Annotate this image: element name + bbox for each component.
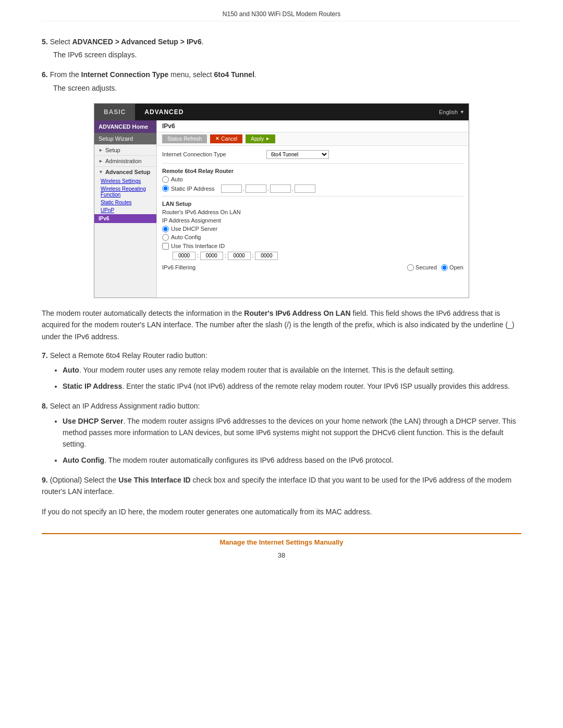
id-field-4[interactable]	[255, 252, 278, 260]
sidebar-sub-wireless-repeating[interactable]: Wireless Repeating Function	[94, 185, 156, 199]
interface-id-row: Use This Interface ID	[162, 243, 463, 250]
status-refresh-button[interactable]: Status Refresh	[162, 134, 207, 143]
step-9-bold: Use This Interface ID	[118, 476, 191, 484]
radio-static-ip[interactable]	[162, 185, 169, 192]
connection-type-dropdown[interactable]: 6to4 Tunnel	[266, 150, 329, 159]
ip-octet-2[interactable]	[246, 184, 266, 193]
tab-advanced[interactable]: ADVANCED	[135, 104, 193, 120]
bullet-dhcp: Use DHCP Server. The modem router assign…	[63, 415, 521, 450]
lan-setup-title: LAN Setup	[162, 201, 463, 207]
id-field-3[interactable]	[228, 252, 251, 260]
radio-dhcp-label: Use DHCP Server	[171, 226, 217, 232]
remote-relay-title: Remote 6to4 Relay Router	[162, 168, 463, 174]
radio-secured[interactable]	[407, 264, 414, 271]
step-8-header: 8.Select an IP Address Assignment radio …	[42, 400, 521, 412]
main-content-body: Internet Connection Type 6to4 Tunnel Rem…	[157, 146, 469, 275]
connection-type-row: Internet Connection Type 6to4 Tunnel	[162, 150, 463, 159]
arrow-right-icon: ►	[99, 147, 103, 153]
step-8-block: 8.Select an IP Address Assignment radio …	[42, 400, 521, 466]
bullet-autoconfig: Auto Config. The modem router automatica…	[63, 454, 521, 466]
apply-button[interactable]: Apply ►	[246, 134, 275, 143]
use-interface-id-checkbox[interactable]	[162, 243, 169, 250]
step-7-header: 7.Select a Remote 6to4 Relay Router radi…	[42, 350, 521, 361]
radio-auto[interactable]	[162, 176, 169, 183]
radio-open[interactable]	[441, 264, 448, 271]
radio-auto-config[interactable]	[162, 234, 169, 241]
router-main-area: IPv6 Status Refresh ✕ Cancel Apply ►	[157, 120, 469, 298]
sidebar-item-administration[interactable]: ► Administration	[94, 155, 156, 166]
ip-octet-1[interactable]	[221, 184, 242, 193]
radio-static-row: Static IP Address . . .	[162, 184, 463, 193]
sidebar-item-setup-wizard[interactable]: Setup Wizard	[94, 133, 156, 144]
step-6-header: 6.From the Internet Connection Type menu…	[42, 69, 521, 80]
step-6-sub: The screen adjusts.	[53, 83, 521, 94]
radio-static-label: Static IP Address	[171, 186, 215, 192]
router-sidebar: ADVANCED Home Setup Wizard ► Setup ► Adm…	[94, 120, 157, 298]
main-content-title: IPv6	[157, 120, 469, 132]
step-9-block: 9.(Optional) Select the Use This Interfa…	[42, 474, 521, 498]
page-number: 38	[42, 551, 521, 559]
open-option: Open	[441, 264, 463, 271]
step-5-block: 5.Select ADVANCED > Advanced Setup > IPv…	[42, 36, 521, 60]
sidebar-sub-ipv6[interactable]: IPv6	[94, 214, 156, 223]
router-ipv6-address-label: Router's IPv6 Address On LAN	[162, 209, 463, 215]
divider-2	[162, 196, 463, 196]
radio-auto-label: Auto	[171, 176, 183, 182]
arrow-right-icon-admin: ►	[99, 158, 103, 164]
action-bar: Status Refresh ✕ Cancel Apply ►	[157, 132, 469, 146]
x-icon: ✕	[215, 136, 219, 141]
radio-dhcp-row: Use DHCP Server	[162, 226, 463, 232]
ip-assignment-label: IP Address Assignment	[162, 217, 463, 224]
step-6-block: 6.From the Internet Connection Type menu…	[42, 69, 521, 93]
sidebar-item-setup[interactable]: ► Setup	[94, 144, 156, 155]
body-para-1: The modem router automatically detects t…	[42, 307, 521, 342]
secured-option: Secured	[407, 264, 437, 271]
sidebar-item-advanced-setup[interactable]: ▼ Advanced Setup	[94, 166, 156, 177]
router-body: ADVANCED Home Setup Wizard ► Setup ► Adm…	[94, 120, 469, 298]
tab-basic[interactable]: BASIC	[94, 104, 135, 120]
ip-octet-4[interactable]	[295, 184, 315, 193]
ipv6-filtering-row: IPv6 Filtering Secured Open	[162, 264, 463, 271]
router-ipv6-bold: Router's IPv6 Address On LAN	[244, 309, 350, 317]
connection-type-label: Internet Connection Type	[162, 151, 266, 157]
sidebar-item-advanced-home[interactable]: ADVANCED Home	[94, 120, 156, 133]
arrow-down-icon: ▼	[99, 169, 103, 175]
filtering-options: Secured Open	[407, 264, 463, 271]
radio-use-dhcp[interactable]	[162, 226, 169, 232]
router-ui-screenshot: BASIC ADVANCED English ▼ ADVANCED Home S…	[94, 103, 469, 298]
step-5-sub: The IPv6 screen displays.	[53, 50, 521, 60]
step-7-bullets: Auto. Your modem router uses any remote …	[63, 364, 521, 392]
radio-autoconfig-label: Auto Config	[171, 234, 201, 240]
interface-id-fields: : : :	[173, 252, 463, 260]
step-9-header: 9.(Optional) Select the Use This Interfa…	[42, 474, 521, 498]
sidebar-sub-wireless-settings[interactable]: Wireless Settings	[94, 177, 156, 185]
step-8-bullets: Use DHCP Server. The modem router assign…	[63, 415, 521, 466]
step-6-number: 6.	[42, 70, 48, 79]
page-header: N150 and N300 WiFi DSL Modem Routers	[42, 10, 521, 21]
ipv6-filtering-label: IPv6 Filtering	[162, 264, 195, 270]
id-field-2[interactable]	[200, 252, 223, 260]
radio-autoconfig-row: Auto Config	[162, 234, 463, 241]
top-bar-right: English ▼	[439, 104, 469, 120]
ip-octet-3[interactable]	[270, 184, 291, 193]
step-6-bold1: Internet Connection Type	[81, 70, 169, 79]
last-paragraph: If you do not specify an ID here, the mo…	[42, 506, 521, 517]
router-top-bar: BASIC ADVANCED English ▼	[94, 104, 469, 120]
bullet-static-ip: Static IP Address. Enter the static IPv4…	[63, 380, 521, 392]
bullet-auto: Auto. Your modem router uses any remote …	[63, 364, 521, 376]
step-5-header: 5.Select ADVANCED > Advanced Setup > IPv…	[42, 36, 521, 47]
chevron-down-icon: ▼	[460, 109, 464, 115]
page-footer: Manage the Internet Settings Manually 38	[42, 533, 521, 559]
interface-id-label: Use This Interface ID	[171, 243, 225, 249]
step-7-block: 7.Select a Remote 6to4 Relay Router radi…	[42, 350, 521, 392]
footer-link[interactable]: Manage the Internet Settings Manually	[42, 538, 521, 546]
divider-1	[162, 163, 463, 164]
id-field-1[interactable]	[173, 252, 195, 260]
step-6-bold2: 6to4 Tunnel	[214, 70, 255, 79]
step-5-number: 5.	[42, 38, 48, 46]
sidebar-sub-static-routes[interactable]: Static Routes	[94, 199, 156, 206]
radio-auto-row: Auto	[162, 176, 463, 183]
arrow-right-apply-icon: ►	[265, 136, 270, 141]
cancel-button[interactable]: ✕ Cancel	[210, 134, 242, 143]
sidebar-sub-upnp[interactable]: UPnP	[94, 206, 156, 214]
